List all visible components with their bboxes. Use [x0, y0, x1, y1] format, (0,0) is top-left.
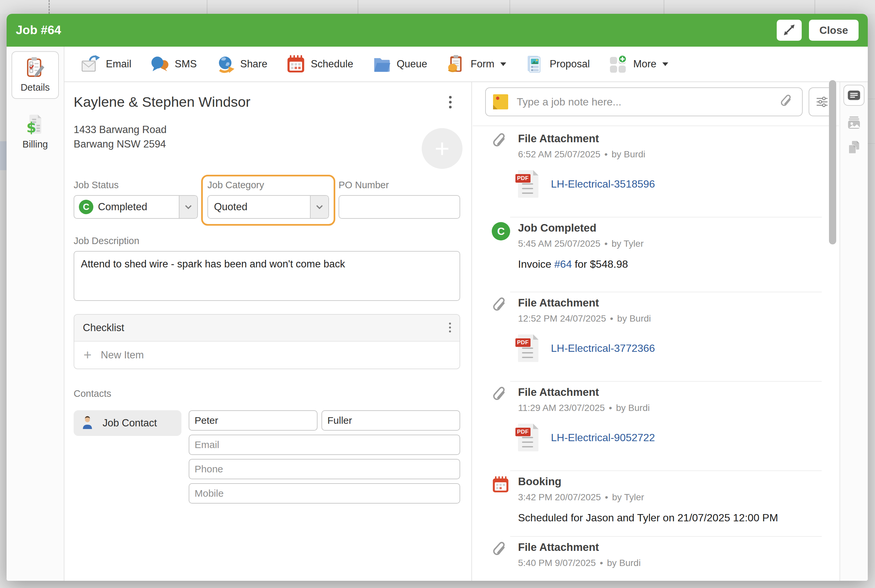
- feed-item-file-attachment: File Attachment 5:40 PM 9/07/2025 • by B…: [473, 537, 868, 581]
- proposal-button[interactable]: Proposal: [525, 54, 590, 74]
- chevron-down-icon: [310, 196, 328, 218]
- job-description-input[interactable]: Attend to shed wire - spark has been and…: [74, 251, 460, 301]
- view-documents-tab[interactable]: [846, 140, 862, 156]
- customer-address: 1433 Barwang Road Barwang NSW 2594: [74, 123, 460, 152]
- attachment[interactable]: PDF LH-Electrical-3772366: [518, 334, 828, 362]
- board-divider: [510, 0, 510, 14]
- invoice-text: Invoice: [518, 258, 554, 270]
- close-button[interactable]: Close: [809, 20, 858, 41]
- job-menu-button[interactable]: [447, 94, 454, 110]
- schedule-button[interactable]: Schedule: [286, 54, 353, 74]
- feed-item-booking: Booking 3:42 PM 20/07/2025 • by Tyler Sc…: [473, 471, 868, 536]
- feed-item-author: by Burdi: [617, 314, 651, 324]
- board-selection-strip: [0, 141, 7, 170]
- view-photos-tab[interactable]: [846, 115, 862, 131]
- feed-item-meta: 6:52 AM 25/07/2025 • by Burdi: [518, 149, 828, 160]
- checklist-card: Checklist + New Item: [74, 314, 460, 369]
- tab-details[interactable]: Details: [12, 51, 59, 99]
- sms-icon: [150, 54, 170, 74]
- new-item-label: New Item: [101, 349, 144, 361]
- attachment-link[interactable]: LH-Electrical-9052722: [551, 432, 655, 444]
- attachment-link[interactable]: LH-Electrical-3772366: [551, 342, 655, 354]
- meta-separator: •: [604, 149, 608, 160]
- left-tab-rail: Details $ Billing: [7, 46, 65, 581]
- form-button[interactable]: Form: [447, 54, 506, 74]
- feed-item-file-attachment: File Attachment 6:52 AM 25/07/2025 • by …: [473, 128, 868, 217]
- email-button[interactable]: Email: [81, 54, 131, 74]
- chevron-down-icon: [179, 196, 197, 218]
- svg-text:$: $: [26, 119, 36, 135]
- feed-item-body: Invoice #64 for $548.98: [518, 258, 828, 271]
- add-button[interactable]: +: [422, 128, 463, 169]
- feed-item-time: 11:29 AM 23/07/2025: [518, 403, 605, 413]
- queue-button[interactable]: Queue: [373, 54, 427, 74]
- paperclip-icon: [492, 541, 510, 568]
- tab-billing[interactable]: $ Billing: [12, 109, 59, 155]
- contact-row: Job Contact: [74, 410, 460, 504]
- attachment[interactable]: PDF LH-Electrical-9052722: [518, 424, 828, 452]
- po-number-input[interactable]: [338, 195, 460, 219]
- job-status-select[interactable]: C Completed: [74, 195, 198, 219]
- details-icon: [24, 57, 46, 78]
- form-icon: [447, 54, 465, 74]
- feed-item-author: by Tyler: [611, 238, 643, 249]
- dialog-body: Details $ Billing Email: [7, 46, 868, 581]
- job-dialog: Job #64 Close Details $: [7, 14, 868, 581]
- feed-item-author: by Tyler: [612, 492, 644, 502]
- feed-item-title: File Attachment: [518, 296, 828, 309]
- share-icon: [216, 54, 235, 74]
- person-icon: [80, 416, 95, 430]
- queue-label: Queue: [397, 58, 427, 70]
- meta-separator: •: [600, 558, 603, 568]
- email-input[interactable]: [189, 435, 460, 455]
- feed-item-body: Scheduled for Jason and Tyler on 21/07/2…: [518, 511, 828, 524]
- view-notes-tab[interactable]: [843, 85, 864, 106]
- expand-button[interactable]: [777, 20, 802, 41]
- invoice-link[interactable]: #64: [554, 258, 571, 270]
- po-number-label: PO Number: [338, 180, 460, 190]
- feed-item-title: Booking: [518, 475, 828, 488]
- job-note-input[interactable]: [517, 96, 780, 108]
- schedule-label: Schedule: [311, 58, 353, 70]
- feed-item-time: 5:40 PM 9/07/2025: [518, 558, 596, 568]
- note-row: [473, 82, 868, 116]
- screen: Job #64 Close Details $: [0, 0, 875, 588]
- feed-view-rail: [839, 82, 868, 581]
- attach-file-button[interactable]: [780, 94, 795, 110]
- last-name-input[interactable]: [322, 410, 460, 430]
- note-icon: [493, 94, 508, 110]
- board-divider: [815, 0, 815, 14]
- feed-item-time: 5:45 AM 25/07/2025: [518, 238, 601, 249]
- attachment-link[interactable]: LH-Electrical-3518596: [551, 178, 655, 190]
- share-button[interactable]: Share: [216, 54, 268, 74]
- feed-item-time: 12:52 PM 24/07/2025: [518, 314, 606, 324]
- board-divider: [358, 0, 358, 14]
- job-fields-row: Job Status C Completed Job Category: [74, 180, 460, 226]
- expand-icon: [783, 23, 796, 38]
- paperclip-icon: [492, 296, 510, 362]
- meta-separator: •: [610, 314, 613, 324]
- invoice-amount: for $548.98: [572, 258, 628, 270]
- checklist-new-item[interactable]: + New Item: [74, 342, 460, 369]
- feed-item-meta: 11:29 AM 23/07/2025 • by Burdi: [518, 403, 828, 413]
- mobile-input[interactable]: [189, 483, 460, 504]
- more-button[interactable]: More: [609, 54, 668, 74]
- sms-button[interactable]: SMS: [150, 54, 197, 74]
- phone-input[interactable]: [189, 459, 460, 479]
- feed-scrollbar[interactable]: [829, 80, 836, 244]
- activity-panel: File Attachment 6:52 AM 25/07/2025 • by …: [473, 82, 868, 581]
- pdf-badge: PDF: [516, 428, 531, 436]
- checklist-menu-button[interactable]: [449, 322, 451, 332]
- activity-feed: File Attachment 6:52 AM 25/07/2025 • by …: [473, 126, 868, 581]
- paperclip-icon: [492, 132, 510, 198]
- feed-item-author: by Burdi: [616, 403, 650, 413]
- attachment[interactable]: PDF LH-Electrical-3518596: [518, 170, 828, 198]
- job-contact-label: Job Contact: [102, 417, 157, 429]
- job-contact-pill[interactable]: Job Contact: [74, 410, 182, 436]
- feed-item-title: File Attachment: [518, 386, 828, 399]
- job-category-select[interactable]: Quoted: [207, 195, 329, 219]
- schedule-icon: [286, 54, 305, 74]
- first-name-input[interactable]: [189, 410, 317, 430]
- job-category-value: Quoted: [214, 201, 248, 213]
- status-badge: C: [79, 200, 93, 214]
